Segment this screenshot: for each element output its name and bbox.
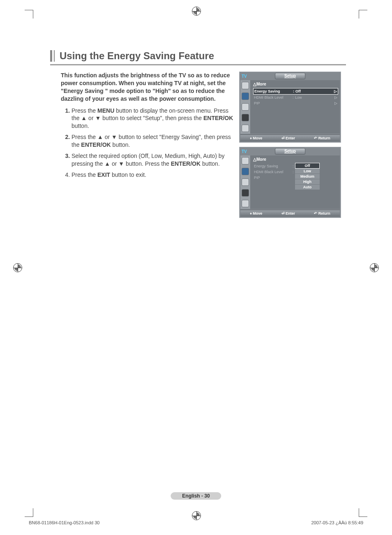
section-heading-block: Using the Energy Saving Feature (50, 50, 346, 62)
osd-more-row: △More (253, 82, 338, 86)
osd-option-auto: Auto (295, 185, 320, 190)
crop-mark (25, 10, 33, 19)
registration-mark-icon (13, 263, 22, 272)
osd-setup-menu-dropdown: TV Setup △More (239, 147, 341, 218)
step-list: Press the MENU button to display the on-… (61, 107, 234, 179)
registration-mark-icon (192, 7, 201, 16)
intro-paragraph: This function adjusts the brightness of … (61, 72, 234, 103)
osd-input-icon (242, 200, 249, 207)
osd-picture-icon (242, 157, 249, 164)
osd-title: Setup (275, 148, 305, 155)
crop-mark (25, 508, 33, 517)
osd-icon-strip (240, 80, 251, 134)
step-2: Press the ▲ or ▼ button to select "Energ… (71, 133, 234, 149)
manual-page: Using the Energy Saving Feature This fun… (0, 0, 392, 535)
osd-tv-label: TV (240, 149, 247, 154)
osd-hint-enter: ⏎ Enter (281, 136, 295, 140)
osd-row-hdmi-black-level: HDMI Black Level : Low ▷ (253, 95, 338, 100)
osd-more-row: △More (253, 157, 338, 162)
content-area: Using the Energy Saving Feature This fun… (50, 50, 346, 222)
osd-setup-menu: TV Setup △More (239, 72, 341, 143)
osd-menu-list: △More Energy Saving : Off ▷ HDMI Black L… (251, 80, 340, 134)
page-number-pill: English - 30 (171, 492, 221, 500)
step-1: Press the MENU button to display the on-… (71, 107, 234, 130)
osd-hint-move: ♦ Move (250, 211, 262, 215)
divider (50, 65, 346, 66)
registration-mark-icon (192, 511, 201, 520)
instruction-text: This function adjusts the brightness of … (61, 72, 234, 182)
osd-hint-return: ↶ Return (314, 211, 330, 215)
imprint-filename: BN68-01186H-01Eng-0523.indd 30 (29, 520, 99, 525)
osd-option-off: Off (295, 163, 320, 169)
section-title: Using the Energy Saving Feature (60, 50, 346, 62)
osd-energy-dropdown: Off Low Medium High Auto (295, 163, 320, 190)
osd-footer: ♦ Move ⏎ Enter ↶ Return (240, 134, 340, 141)
osd-title: Setup (275, 73, 305, 79)
osd-footer: ♦ Move ⏎ Enter ↶ Return (240, 210, 340, 217)
step-3: Select the required option (Off, Low, Me… (71, 152, 234, 168)
chevron-right-icon: ▷ (333, 95, 337, 100)
osd-sound-icon (242, 168, 249, 175)
crop-mark (359, 10, 367, 19)
osd-setup-icon (242, 189, 249, 197)
osd-tv-label: TV (240, 74, 247, 79)
imprint-line: BN68-01186H-01Eng-0523.indd 30 2007-05-2… (29, 520, 363, 525)
crop-mark (359, 508, 367, 517)
osd-menu-list: △More Energy Saving : HDMI Black Level :… (251, 155, 340, 209)
osd-screenshots: TV Setup △More (239, 72, 343, 222)
osd-setup-icon (242, 114, 249, 121)
osd-input-icon (242, 125, 249, 132)
chevron-right-icon: ▷ (333, 101, 337, 105)
registration-mark-icon (370, 263, 379, 272)
osd-hint-enter: ⏎ Enter (281, 211, 295, 215)
osd-option-low: Low (295, 169, 320, 174)
osd-hint-return: ↶ Return (314, 136, 330, 140)
osd-option-high: High (295, 179, 320, 185)
osd-channel-icon (242, 178, 249, 186)
step-4: Press the EXIT button to exit. (71, 171, 234, 179)
divider (50, 64, 346, 65)
osd-channel-icon (242, 103, 249, 111)
osd-picture-icon (242, 82, 249, 89)
chevron-right-icon: ▷ (333, 89, 337, 93)
osd-sound-icon (242, 93, 249, 100)
osd-option-medium: Medium (295, 174, 320, 179)
imprint-timestamp: 2007-05-23 ¿ÀÀü 8:55:49 (311, 520, 363, 525)
osd-row-energy-saving: Energy Saving : Off ▷ (253, 88, 338, 95)
osd-row-pip: PIP ▷ (253, 100, 338, 106)
osd-hint-move: ♦ Move (250, 136, 262, 140)
osd-icon-strip (240, 155, 251, 209)
